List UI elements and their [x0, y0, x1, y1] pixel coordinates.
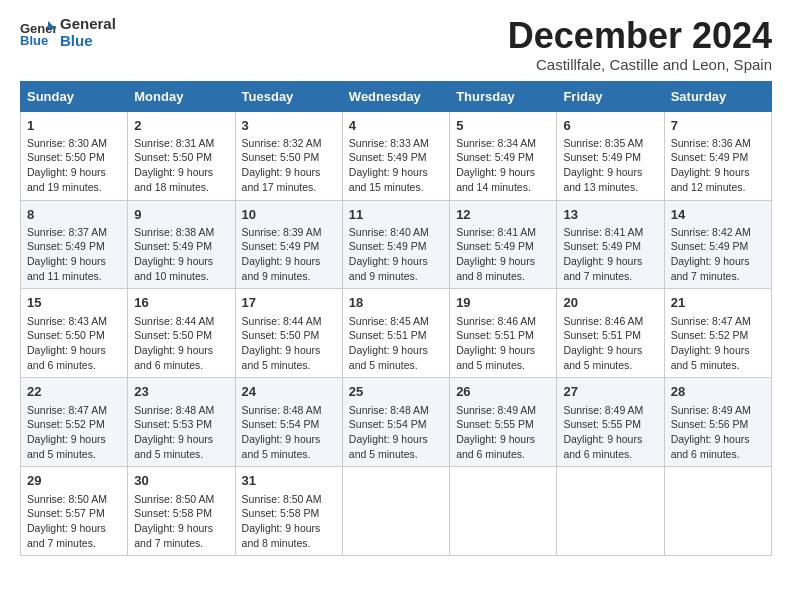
daylight-text: Daylight: 9 hours and 6 minutes. — [671, 432, 765, 461]
day-number: 22 — [27, 383, 121, 401]
sunset-text: Sunset: 5:58 PM — [242, 506, 336, 521]
daylight-text: Daylight: 9 hours and 7 minutes. — [671, 254, 765, 283]
title-block: December 2024 Castillfale, Castille and … — [508, 16, 772, 73]
calendar-cell: 8Sunrise: 8:37 AMSunset: 5:49 PMDaylight… — [21, 200, 128, 289]
sunrise-text: Sunrise: 8:38 AM — [134, 225, 228, 240]
day-number: 5 — [456, 117, 550, 135]
calendar-cell: 22Sunrise: 8:47 AMSunset: 5:52 PMDayligh… — [21, 378, 128, 467]
calendar-cell: 12Sunrise: 8:41 AMSunset: 5:49 PMDayligh… — [450, 200, 557, 289]
sunset-text: Sunset: 5:56 PM — [671, 417, 765, 432]
day-number: 28 — [671, 383, 765, 401]
sunset-text: Sunset: 5:49 PM — [27, 239, 121, 254]
daylight-text: Daylight: 9 hours and 5 minutes. — [242, 432, 336, 461]
day-number: 24 — [242, 383, 336, 401]
calendar-cell: 26Sunrise: 8:49 AMSunset: 5:55 PMDayligh… — [450, 378, 557, 467]
calendar-cell — [342, 467, 449, 556]
calendar-cell: 18Sunrise: 8:45 AMSunset: 5:51 PMDayligh… — [342, 289, 449, 378]
calendar-cell: 13Sunrise: 8:41 AMSunset: 5:49 PMDayligh… — [557, 200, 664, 289]
daylight-text: Daylight: 9 hours and 5 minutes. — [456, 343, 550, 372]
calendar-cell: 31Sunrise: 8:50 AMSunset: 5:58 PMDayligh… — [235, 467, 342, 556]
daylight-text: Daylight: 9 hours and 14 minutes. — [456, 165, 550, 194]
sunset-text: Sunset: 5:52 PM — [671, 328, 765, 343]
calendar-cell: 15Sunrise: 8:43 AMSunset: 5:50 PMDayligh… — [21, 289, 128, 378]
header-sunday: Sunday — [21, 81, 128, 111]
calendar-cell: 7Sunrise: 8:36 AMSunset: 5:49 PMDaylight… — [664, 111, 771, 200]
day-number: 14 — [671, 206, 765, 224]
sunrise-text: Sunrise: 8:44 AM — [134, 314, 228, 329]
calendar-week-3: 15Sunrise: 8:43 AMSunset: 5:50 PMDayligh… — [21, 289, 772, 378]
sunrise-text: Sunrise: 8:48 AM — [134, 403, 228, 418]
day-number: 15 — [27, 294, 121, 312]
daylight-text: Daylight: 9 hours and 6 minutes. — [456, 432, 550, 461]
daylight-text: Daylight: 9 hours and 5 minutes. — [242, 343, 336, 372]
sunrise-text: Sunrise: 8:40 AM — [349, 225, 443, 240]
sunrise-text: Sunrise: 8:31 AM — [134, 136, 228, 151]
sunrise-text: Sunrise: 8:47 AM — [671, 314, 765, 329]
day-number: 7 — [671, 117, 765, 135]
sunrise-text: Sunrise: 8:37 AM — [27, 225, 121, 240]
calendar-cell: 1Sunrise: 8:30 AMSunset: 5:50 PMDaylight… — [21, 111, 128, 200]
day-number: 30 — [134, 472, 228, 490]
day-number: 20 — [563, 294, 657, 312]
sunrise-text: Sunrise: 8:41 AM — [563, 225, 657, 240]
daylight-text: Daylight: 9 hours and 9 minutes. — [242, 254, 336, 283]
daylight-text: Daylight: 9 hours and 13 minutes. — [563, 165, 657, 194]
day-number: 16 — [134, 294, 228, 312]
day-number: 29 — [27, 472, 121, 490]
day-number: 8 — [27, 206, 121, 224]
calendar-cell: 21Sunrise: 8:47 AMSunset: 5:52 PMDayligh… — [664, 289, 771, 378]
day-number: 2 — [134, 117, 228, 135]
calendar-week-5: 29Sunrise: 8:50 AMSunset: 5:57 PMDayligh… — [21, 467, 772, 556]
sunset-text: Sunset: 5:52 PM — [27, 417, 121, 432]
day-number: 1 — [27, 117, 121, 135]
day-number: 6 — [563, 117, 657, 135]
logo: General Blue General Blue — [20, 16, 116, 49]
daylight-text: Daylight: 9 hours and 6 minutes. — [563, 432, 657, 461]
calendar-cell: 27Sunrise: 8:49 AMSunset: 5:55 PMDayligh… — [557, 378, 664, 467]
day-number: 11 — [349, 206, 443, 224]
daylight-text: Daylight: 9 hours and 5 minutes. — [349, 343, 443, 372]
sunset-text: Sunset: 5:51 PM — [563, 328, 657, 343]
calendar-cell: 2Sunrise: 8:31 AMSunset: 5:50 PMDaylight… — [128, 111, 235, 200]
daylight-text: Daylight: 9 hours and 7 minutes. — [563, 254, 657, 283]
sunset-text: Sunset: 5:55 PM — [563, 417, 657, 432]
logo-line2: Blue — [60, 33, 116, 50]
sunset-text: Sunset: 5:58 PM — [134, 506, 228, 521]
calendar-cell: 11Sunrise: 8:40 AMSunset: 5:49 PMDayligh… — [342, 200, 449, 289]
daylight-text: Daylight: 9 hours and 18 minutes. — [134, 165, 228, 194]
sunset-text: Sunset: 5:49 PM — [349, 150, 443, 165]
calendar-header-row: SundayMondayTuesdayWednesdayThursdayFrid… — [21, 81, 772, 111]
sunrise-text: Sunrise: 8:46 AM — [563, 314, 657, 329]
calendar-cell — [450, 467, 557, 556]
calendar-cell: 25Sunrise: 8:48 AMSunset: 5:54 PMDayligh… — [342, 378, 449, 467]
daylight-text: Daylight: 9 hours and 8 minutes. — [456, 254, 550, 283]
day-number: 12 — [456, 206, 550, 224]
subtitle: Castillfale, Castille and Leon, Spain — [508, 56, 772, 73]
day-number: 19 — [456, 294, 550, 312]
calendar-cell: 16Sunrise: 8:44 AMSunset: 5:50 PMDayligh… — [128, 289, 235, 378]
calendar-cell: 28Sunrise: 8:49 AMSunset: 5:56 PMDayligh… — [664, 378, 771, 467]
svg-text:Blue: Blue — [20, 33, 48, 47]
sunset-text: Sunset: 5:49 PM — [563, 150, 657, 165]
calendar-cell: 3Sunrise: 8:32 AMSunset: 5:50 PMDaylight… — [235, 111, 342, 200]
header-wednesday: Wednesday — [342, 81, 449, 111]
sunset-text: Sunset: 5:49 PM — [349, 239, 443, 254]
calendar-table: SundayMondayTuesdayWednesdayThursdayFrid… — [20, 81, 772, 557]
daylight-text: Daylight: 9 hours and 5 minutes. — [563, 343, 657, 372]
sunrise-text: Sunrise: 8:48 AM — [242, 403, 336, 418]
sunrise-text: Sunrise: 8:50 AM — [134, 492, 228, 507]
sunset-text: Sunset: 5:50 PM — [134, 328, 228, 343]
daylight-text: Daylight: 9 hours and 6 minutes. — [27, 343, 121, 372]
calendar-week-4: 22Sunrise: 8:47 AMSunset: 5:52 PMDayligh… — [21, 378, 772, 467]
sunrise-text: Sunrise: 8:42 AM — [671, 225, 765, 240]
sunrise-text: Sunrise: 8:50 AM — [27, 492, 121, 507]
day-number: 18 — [349, 294, 443, 312]
day-number: 27 — [563, 383, 657, 401]
calendar-cell: 20Sunrise: 8:46 AMSunset: 5:51 PMDayligh… — [557, 289, 664, 378]
sunset-text: Sunset: 5:49 PM — [134, 239, 228, 254]
sunrise-text: Sunrise: 8:50 AM — [242, 492, 336, 507]
sunrise-text: Sunrise: 8:33 AM — [349, 136, 443, 151]
sunset-text: Sunset: 5:57 PM — [27, 506, 121, 521]
day-number: 3 — [242, 117, 336, 135]
calendar-cell: 23Sunrise: 8:48 AMSunset: 5:53 PMDayligh… — [128, 378, 235, 467]
